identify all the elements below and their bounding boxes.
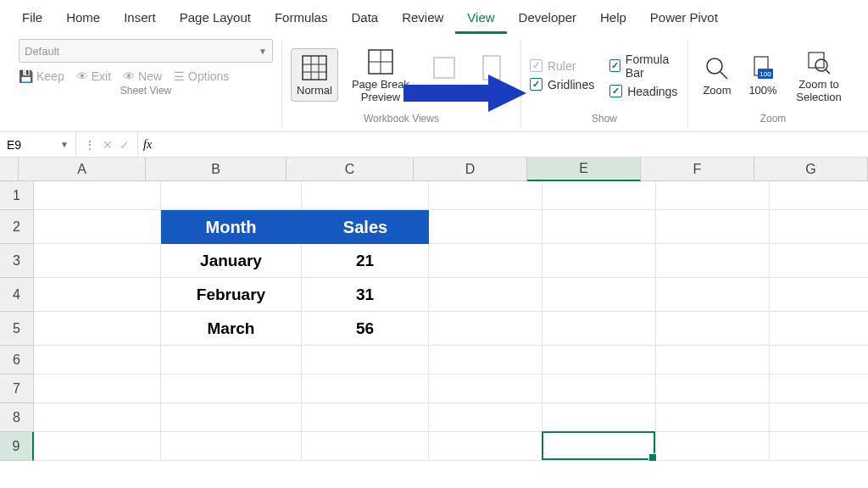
- cell[interactable]: 21: [302, 244, 429, 278]
- cell[interactable]: February: [161, 278, 302, 312]
- cell[interactable]: [302, 181, 429, 210]
- cell[interactable]: 31: [302, 278, 429, 312]
- cell[interactable]: [656, 244, 770, 278]
- cell[interactable]: [34, 432, 161, 461]
- cell[interactable]: [542, 244, 656, 278]
- cells-area[interactable]: MonthSalesJanuary21February31March56: [34, 181, 868, 461]
- menu-help[interactable]: Help: [588, 3, 638, 34]
- cell[interactable]: [770, 312, 868, 346]
- cell[interactable]: [770, 181, 868, 210]
- cell[interactable]: [302, 374, 429, 403]
- cell[interactable]: March: [161, 312, 302, 346]
- menu-developer[interactable]: Developer: [507, 3, 588, 34]
- row-header[interactable]: 3: [0, 244, 34, 278]
- cell[interactable]: [542, 210, 656, 244]
- cell[interactable]: [429, 210, 542, 244]
- cell[interactable]: [429, 278, 542, 312]
- cell[interactable]: [34, 244, 161, 278]
- cell[interactable]: 56: [302, 312, 429, 346]
- zoom-button[interactable]: Zoom: [697, 52, 737, 98]
- cell[interactable]: Month: [161, 210, 302, 244]
- menu-file[interactable]: File: [10, 3, 54, 34]
- cell[interactable]: Sales: [302, 210, 429, 244]
- row-header[interactable]: 9: [0, 432, 34, 461]
- row-header[interactable]: 1: [0, 181, 34, 210]
- headings-checkbox[interactable]: ✓ Headings: [609, 85, 679, 98]
- cell[interactable]: [656, 278, 770, 312]
- cell[interactable]: [656, 346, 770, 374]
- cell[interactable]: [770, 432, 868, 461]
- row-header[interactable]: 2: [0, 210, 34, 244]
- cell[interactable]: [770, 346, 868, 374]
- column-header[interactable]: F: [641, 158, 754, 181]
- menu-formulas[interactable]: Formulas: [263, 3, 340, 34]
- cell[interactable]: [656, 210, 770, 244]
- cell[interactable]: [656, 181, 770, 210]
- cell[interactable]: [161, 374, 302, 403]
- enter-icon[interactable]: ✓: [117, 138, 132, 152]
- cell[interactable]: [161, 432, 302, 461]
- exit-button[interactable]: 👁 Exit: [76, 69, 111, 83]
- more-icon[interactable]: ⋮: [81, 138, 98, 152]
- cell[interactable]: [34, 210, 161, 244]
- row-header[interactable]: 4: [0, 278, 34, 312]
- cell[interactable]: [542, 278, 656, 312]
- cell[interactable]: [542, 403, 656, 432]
- cell[interactable]: [429, 346, 542, 374]
- menu-page-layout[interactable]: Page Layout: [168, 3, 263, 34]
- cell[interactable]: January: [161, 244, 302, 278]
- cell[interactable]: [656, 432, 770, 461]
- row-header[interactable]: 7: [0, 374, 34, 403]
- row-header[interactable]: 5: [0, 312, 34, 346]
- cell[interactable]: [429, 181, 542, 210]
- cell[interactable]: [34, 403, 161, 432]
- menu-review[interactable]: Review: [390, 3, 455, 34]
- gridlines-checkbox[interactable]: ✓ Gridlines: [530, 78, 594, 92]
- cell[interactable]: [34, 278, 161, 312]
- menu-home[interactable]: Home: [54, 3, 112, 34]
- cell[interactable]: [542, 181, 656, 210]
- cell[interactable]: [770, 374, 868, 403]
- zoom-selection-button[interactable]: Zoom to Selection: [788, 46, 849, 105]
- cell[interactable]: [770, 244, 868, 278]
- column-header[interactable]: E: [527, 158, 641, 181]
- fx-label[interactable]: fx: [138, 138, 157, 152]
- cell[interactable]: [34, 374, 161, 403]
- cell[interactable]: [542, 346, 656, 374]
- column-header[interactable]: A: [19, 158, 146, 181]
- cell[interactable]: [656, 312, 770, 346]
- cell[interactable]: [302, 432, 429, 461]
- name-box[interactable]: E9 ▼: [0, 132, 76, 157]
- cell[interactable]: [429, 432, 542, 461]
- menu-power-pivot[interactable]: Power Pivot: [638, 3, 730, 34]
- column-header[interactable]: D: [414, 158, 527, 181]
- cell[interactable]: [656, 403, 770, 432]
- cell[interactable]: [770, 403, 868, 432]
- cell[interactable]: [34, 346, 161, 374]
- cell[interactable]: [34, 312, 161, 346]
- options-button[interactable]: ☰ Options: [174, 69, 229, 83]
- cell[interactable]: [429, 374, 542, 403]
- cell[interactable]: [34, 181, 161, 210]
- cell[interactable]: [161, 181, 302, 210]
- menu-view[interactable]: View: [455, 3, 506, 34]
- cell[interactable]: [542, 374, 656, 403]
- sheet-view-dropdown[interactable]: Default ▼: [19, 39, 273, 63]
- cell[interactable]: [542, 312, 656, 346]
- row-header[interactable]: 8: [0, 403, 34, 432]
- cell[interactable]: [302, 346, 429, 374]
- keep-button[interactable]: 💾 Keep: [19, 69, 64, 83]
- row-header[interactable]: 6: [0, 346, 34, 374]
- formula-bar-checkbox[interactable]: ✓ Formula Bar: [609, 53, 679, 80]
- menu-data[interactable]: Data: [339, 3, 390, 34]
- cell[interactable]: [429, 403, 542, 432]
- select-all-corner[interactable]: [0, 158, 19, 181]
- normal-view-button[interactable]: Normal: [291, 48, 338, 101]
- cell[interactable]: [161, 346, 302, 374]
- cell[interactable]: [770, 278, 868, 312]
- zoom-100-button[interactable]: 100 100%: [743, 52, 783, 98]
- menu-insert[interactable]: Insert: [112, 3, 168, 34]
- cell[interactable]: [542, 432, 656, 461]
- cell[interactable]: [429, 244, 542, 278]
- column-header[interactable]: G: [754, 158, 868, 181]
